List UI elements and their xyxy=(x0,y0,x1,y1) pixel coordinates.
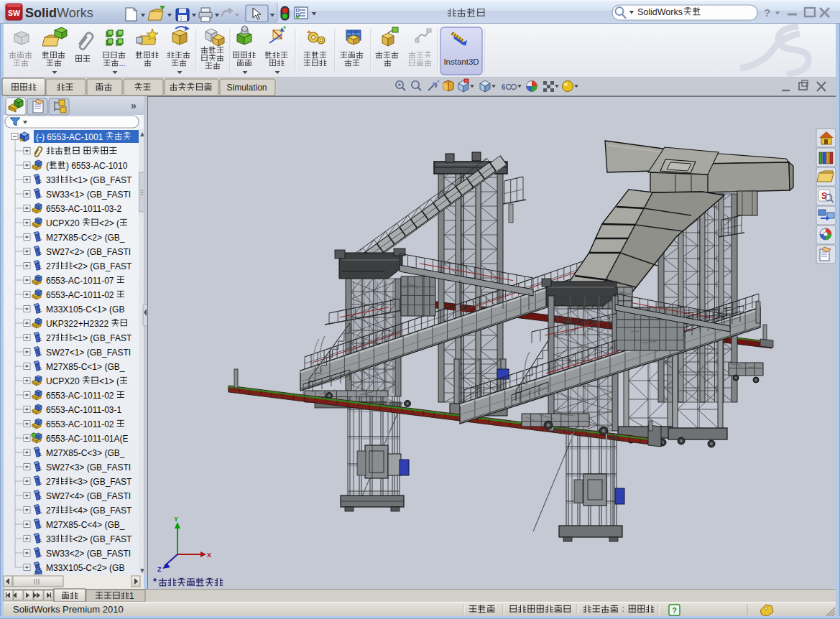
svg-text:SolidWorks: SolidWorks xyxy=(637,7,683,17)
svg-text:SW: SW xyxy=(8,9,20,17)
svg-text:SolidWorks Premium 2010: SolidWorks Premium 2010 xyxy=(13,604,124,615)
svg-text:Works: Works xyxy=(57,6,93,20)
svg-text:(: ( xyxy=(46,161,49,171)
svg-text:UKP322+H2322: UKP322+H2322 xyxy=(46,319,109,329)
svg-text:27: 27 xyxy=(46,261,56,271)
svg-text:SW33<1> (GB_FASTI: SW33<1> (GB_FASTI xyxy=(46,190,131,200)
svg-text:M27X85-C<4> (GB_: M27X85-C<4> (GB_ xyxy=(46,520,125,530)
svg-text:M27X85-C<2> (GB_: M27X85-C<2> (GB_ xyxy=(46,233,125,243)
svg-text:33: 33 xyxy=(46,175,56,185)
svg-text:<1> (GB_FAST: <1> (GB_FAST xyxy=(73,333,132,343)
svg-text:*: * xyxy=(283,25,286,33)
svg-text:Y: Y xyxy=(174,516,178,523)
svg-text:SW33<2> (GB_FASTI: SW33<2> (GB_FASTI xyxy=(46,549,131,559)
svg-text:»: » xyxy=(131,100,137,111)
svg-text:X: X xyxy=(207,551,211,559)
svg-text:6553-AC-1011-03-2: 6553-AC-1011-03-2 xyxy=(46,204,122,214)
svg-text:UCPX20: UCPX20 xyxy=(46,218,80,228)
svg-text:SW27<1> (GB_FASTI: SW27<1> (GB_FASTI xyxy=(46,348,131,358)
svg-text:Instant3D: Instant3D xyxy=(443,57,479,66)
svg-text:27: 27 xyxy=(46,477,56,487)
svg-text:SW27<3> (GB_FASTI: SW27<3> (GB_FASTI xyxy=(46,462,131,473)
svg-text:SW27<2> (GB_FASTI: SW27<2> (GB_FASTI xyxy=(46,247,131,257)
svg-text:6553-AC-1011-02: 6553-AC-1011-02 xyxy=(46,290,114,300)
svg-text:6: 6 xyxy=(502,83,506,91)
svg-text:<3> (GB_FAST: <3> (GB_FAST xyxy=(73,477,132,487)
svg-text:33: 33 xyxy=(46,534,56,544)
svg-text:1: 1 xyxy=(129,591,134,601)
svg-text:6553-AC-1011-03-1: 6553-AC-1011-03-1 xyxy=(46,405,122,415)
svg-text:SW27<4> (GB_FASTI: SW27<4> (GB_FASTI xyxy=(46,491,131,501)
svg-text:6553-AC-1011-07: 6553-AC-1011-07 xyxy=(46,276,114,286)
svg-text:) 6553-AC-1010: ) 6553-AC-1010 xyxy=(66,161,128,171)
svg-text:27: 27 xyxy=(46,506,56,516)
svg-text:6553-AC-1011-02: 6553-AC-1011-02 xyxy=(46,391,114,401)
svg-text:<2> (: <2> ( xyxy=(99,218,119,228)
svg-text:?: ? xyxy=(672,606,677,615)
svg-text:<1> (: <1> ( xyxy=(99,376,119,386)
svg-text:M33X105-C<1> (GB: M33X105-C<1> (GB xyxy=(46,304,124,315)
svg-text:6553-AC-1011-01A(E: 6553-AC-1011-01A(E xyxy=(46,434,129,444)
svg-text:UCPX20: UCPX20 xyxy=(46,376,80,386)
svg-text:Solid: Solid xyxy=(25,6,57,20)
svg-text:Z: Z xyxy=(157,566,162,573)
svg-text:...: ... xyxy=(119,59,125,68)
svg-text:?: ? xyxy=(764,6,770,19)
svg-text:<4> (GB_FAST: <4> (GB_FAST xyxy=(73,506,132,516)
svg-text:M27X85-C<1> (GB_: M27X85-C<1> (GB_ xyxy=(46,362,125,372)
svg-text:M27X85-C<3> (GB_: M27X85-C<3> (GB_ xyxy=(46,448,125,458)
svg-text:<2> (GB_FAST: <2> (GB_FAST xyxy=(73,261,132,271)
svg-text:<1> (GB_FAST: <1> (GB_FAST xyxy=(73,175,132,185)
svg-text:6553-AC-1011-02: 6553-AC-1011-02 xyxy=(46,419,114,429)
svg-text:Simulation: Simulation xyxy=(227,83,267,93)
svg-text:27: 27 xyxy=(46,333,56,343)
svg-text:(-) 6553-AC-1001: (-) 6553-AC-1001 xyxy=(36,132,103,142)
svg-text:M33X105-C<2> (GB: M33X105-C<2> (GB xyxy=(46,563,124,573)
svg-text:<2> (GB_FAST: <2> (GB_FAST xyxy=(73,534,132,544)
